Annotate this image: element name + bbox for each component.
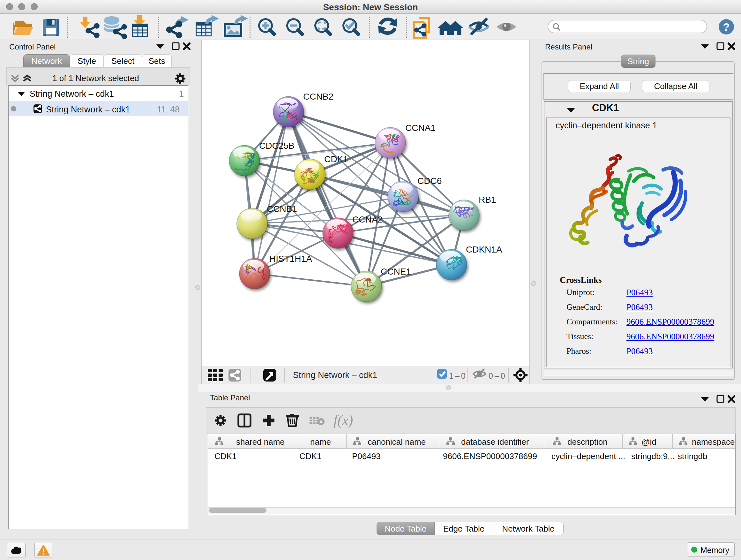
svg-text:CCNA2: CCNA2 bbox=[352, 214, 383, 225]
svg-text:HIST1H1A: HIST1H1A bbox=[269, 254, 312, 264]
svg-text:RB1: RB1 bbox=[479, 195, 496, 205]
svg-text:CDKN1A: CDKN1A bbox=[466, 245, 502, 254]
svg-text:CDC25B: CDC25B bbox=[259, 141, 294, 151]
svg-text:CCNA1: CCNA1 bbox=[405, 123, 435, 133]
svg-text:CCNE1: CCNE1 bbox=[381, 266, 411, 276]
svg-text:CDK1: CDK1 bbox=[324, 154, 348, 164]
svg-text:f(x): f(x) bbox=[333, 413, 353, 428]
svg-text:CCNB1: CCNB1 bbox=[267, 204, 297, 214]
svg-text:CDC6: CDC6 bbox=[417, 176, 442, 186]
svg-text:CCNB2: CCNB2 bbox=[303, 91, 333, 102]
